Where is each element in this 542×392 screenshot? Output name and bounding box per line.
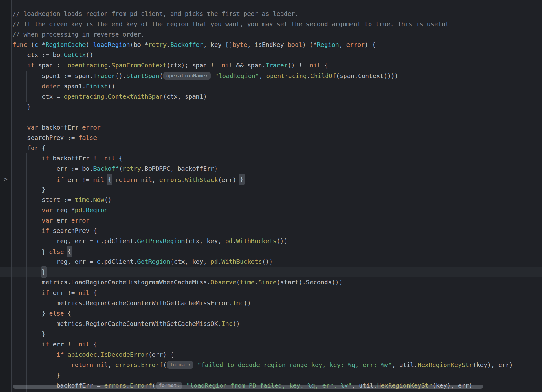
code-token: opentracing xyxy=(67,62,108,69)
code-token: . xyxy=(255,279,258,286)
code-line[interactable]: searchPrev := false xyxy=(12,133,542,143)
code-token: errors xyxy=(159,176,181,184)
code-token: ()) xyxy=(276,238,287,245)
code-line[interactable] xyxy=(12,112,542,122)
code-line[interactable]: if apicodec.IsDecodeError(err) { xyxy=(12,350,542,360)
code-line[interactable]: metrics.RegionCacheCounterWithGetCacheMi… xyxy=(12,298,542,308)
code-token: c xyxy=(34,41,38,48)
chevron-right-icon[interactable]: > xyxy=(4,176,8,183)
code-token: * xyxy=(38,41,45,48)
code-line[interactable]: for { xyxy=(12,143,542,153)
code-token: span1. xyxy=(60,83,86,90)
code-token: else xyxy=(49,310,64,317)
code-token: IsDecodeError xyxy=(101,351,148,358)
code-line[interactable]: } else { xyxy=(12,246,542,257)
code-token: { xyxy=(38,145,45,152)
code-line[interactable]: defer span1.Finish() xyxy=(12,81,542,91)
code-line[interactable]: } xyxy=(12,370,542,380)
horizontal-scrollbar-thumb[interactable] xyxy=(13,385,483,389)
code-token: } xyxy=(12,186,46,193)
code-line[interactable]: ctx := bo.GetCtx() xyxy=(12,50,542,60)
code-token: Tracer xyxy=(266,62,287,69)
code-line[interactable]: reg, err = c.pdClient.GetRegion(ctx, key… xyxy=(12,257,542,267)
code-line[interactable]: return nil, errors.Errorf(format: "faile… xyxy=(12,360,542,370)
matched-brace-highlight: { xyxy=(107,174,112,185)
code-line[interactable]: var err error xyxy=(12,215,542,226)
code-token xyxy=(12,269,42,276)
code-token: var xyxy=(42,207,53,214)
code-line[interactable]: if err != nil { xyxy=(12,288,542,298)
code-token: reg, err = xyxy=(12,258,97,265)
code-line[interactable]: start := time.Now() xyxy=(12,195,542,205)
code-token: nil xyxy=(141,176,152,184)
code-token: err xyxy=(53,217,71,224)
code-token: err != xyxy=(64,176,93,184)
code-token: bool xyxy=(288,41,302,48)
code-line[interactable]: // when processing in reverse order. xyxy=(12,29,542,40)
code-token: if xyxy=(42,341,49,348)
code-token xyxy=(12,83,42,90)
code-line[interactable]: if err != nil { return nil, errors.WithS… xyxy=(12,174,542,184)
code-line[interactable]: // loadRegion loads region from pd clien… xyxy=(12,9,542,19)
code-token: var xyxy=(27,124,38,131)
code-token: "failed to decode region range key, key: xyxy=(197,361,348,369)
code-line[interactable]: span1 := span.Tracer().StartSpan(operati… xyxy=(12,71,542,81)
code-line[interactable]: if searchPrev { xyxy=(12,226,542,236)
code-line[interactable]: ctx = opentracing.ContextWithSpan(ctx, s… xyxy=(12,91,542,102)
code-token: (). xyxy=(115,72,126,80)
code-token: .pdClient. xyxy=(101,258,137,265)
code-token: error xyxy=(82,124,101,131)
code-token xyxy=(12,155,42,162)
code-line[interactable]: } else { xyxy=(12,308,542,319)
code-token: Backoffer xyxy=(170,41,203,48)
matched-brace-highlight: { xyxy=(67,246,72,257)
code-token: , xyxy=(152,176,159,184)
code-line[interactable]: metrics.LoadRegionCacheHistogramWhenCach… xyxy=(12,277,542,287)
code-line[interactable]: } xyxy=(12,329,542,339)
code-line[interactable]: if backoffErr != nil { xyxy=(12,153,542,164)
code-token: ) xyxy=(86,41,93,48)
code-token: GetRegion xyxy=(137,258,170,265)
code-token: searchPrev := xyxy=(12,134,78,141)
code-line[interactable]: // If the given key is the end key of th… xyxy=(12,19,542,29)
code-line[interactable]: } xyxy=(12,102,542,112)
code-token xyxy=(12,176,57,184)
code-token: Finish xyxy=(86,83,108,90)
code-editor[interactable]: // loadRegion loads region from pd clien… xyxy=(0,0,542,392)
code-token: // loadRegion loads region from pd clien… xyxy=(12,10,299,17)
code-token xyxy=(12,341,42,348)
code-line[interactable]: func (c *RegionCache) loadRegion(bo *ret… xyxy=(12,40,542,50)
code-line[interactable]: reg, err = c.pdClient.GetPrevRegion(ctx,… xyxy=(12,236,542,246)
code-area[interactable]: // loadRegion loads region from pd clien… xyxy=(0,0,542,392)
code-line[interactable]: if err != nil { xyxy=(12,339,542,350)
code-line[interactable]: } xyxy=(12,267,542,277)
code-line[interactable]: if span := opentracing.SpanFromContext(c… xyxy=(12,60,542,71)
code-token: Now xyxy=(93,196,104,203)
code-token xyxy=(12,217,42,224)
code-token: WithBuckets xyxy=(221,258,262,265)
code-token xyxy=(64,351,67,358)
code-token: opentracing xyxy=(266,72,306,80)
code-line[interactable]: var backoffErr error xyxy=(12,122,542,133)
code-token: c xyxy=(97,258,101,265)
code-line[interactable]: continue xyxy=(12,391,542,392)
code-token xyxy=(12,361,71,369)
code-token: nil xyxy=(310,62,321,69)
code-token: nil xyxy=(97,361,108,369)
code-token: ctx = xyxy=(12,93,64,100)
code-token: if xyxy=(27,62,34,69)
code-token: , xyxy=(339,41,346,48)
code-line[interactable]: metrics.RegionCacheCounterWithGetCacheMi… xyxy=(12,319,542,329)
matched-brace-highlight: } xyxy=(41,266,47,278)
code-line[interactable]: var reg *pd.Region xyxy=(12,205,542,215)
code-token: ChildOf xyxy=(310,72,336,80)
code-token: Inc xyxy=(221,320,232,327)
code-line[interactable]: } xyxy=(12,184,542,195)
code-token: ) { xyxy=(365,41,375,48)
code-token: err := bo. xyxy=(12,165,93,172)
code-token: . xyxy=(90,196,93,203)
code-token: else xyxy=(49,248,64,256)
code-line[interactable]: err := bo.Backoff(retry.BoPDRPC, backoff… xyxy=(12,164,542,174)
code-token: WithStack xyxy=(185,176,218,184)
code-token: error xyxy=(346,41,365,48)
